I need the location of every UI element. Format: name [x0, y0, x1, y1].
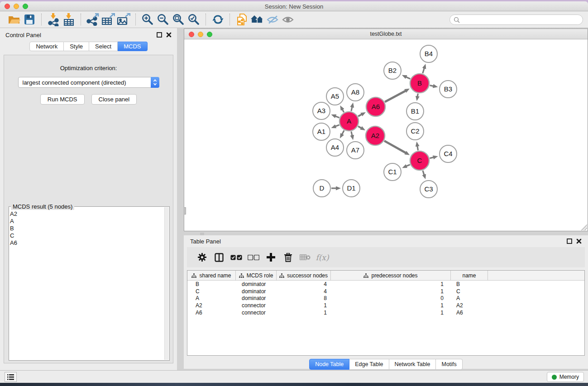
tab-select[interactable]: Select	[89, 42, 118, 51]
result-list-scrollbar[interactable]	[164, 207, 169, 360]
column-header-predecessor-nodes[interactable]: predecessor nodes	[331, 271, 451, 280]
zoom-fit-button[interactable]	[171, 12, 186, 27]
search-input[interactable]	[462, 15, 583, 24]
graph-node-C2[interactable]: C2	[406, 123, 424, 140]
import-table-button[interactable]	[61, 12, 76, 27]
graph-node-B3[interactable]: B3	[440, 81, 457, 98]
graph-node-D[interactable]: D	[313, 180, 330, 197]
hide-graphics-details-button[interactable]	[265, 12, 280, 27]
mcds-result-item[interactable]: C	[10, 232, 164, 239]
graph-edge-A-A7[interactable]	[351, 131, 352, 135]
save-session-button[interactable]	[22, 12, 37, 27]
graph-edge-C-C3[interactable]	[423, 171, 424, 175]
apply-layout-button[interactable]	[210, 12, 225, 27]
graph-edge-A-A1[interactable]	[335, 125, 339, 126]
graph-edge-A-A3[interactable]	[335, 116, 339, 118]
network-canvas[interactable]: AA1A2A3A4A5A6A7A8BB1B2B3B4CC1C2C3C4DD1	[184, 39, 588, 231]
graph-edge-B-B3[interactable]	[430, 86, 434, 86]
graph-edge-B-B4[interactable]	[423, 68, 425, 73]
home-button[interactable]	[249, 12, 265, 27]
show-graphics-details-button[interactable]	[280, 12, 296, 27]
graph-edge-A-A2[interactable]	[358, 126, 361, 128]
float-panel-icon[interactable]	[157, 32, 162, 38]
export-image-button[interactable]	[116, 12, 131, 27]
tab-node-table[interactable]: Node Table	[309, 359, 349, 370]
graph-edge-B-B2[interactable]	[406, 77, 410, 79]
table-row[interactable]: B dominator 4 1 B	[187, 281, 584, 288]
graph-edge-B-B1[interactable]	[417, 94, 418, 97]
table-row[interactable]: A2 connector 1 1 A2	[187, 302, 584, 309]
graph-node-B4[interactable]: B4	[420, 45, 437, 62]
table-row[interactable]: A dominator 8 0 A	[187, 295, 584, 302]
column-header-shared-name[interactable]: shared name	[187, 271, 236, 280]
tab-network[interactable]: Network	[29, 42, 64, 51]
graph-edge-A2-C[interactable]	[384, 141, 406, 153]
graph-node-A3[interactable]: A3	[313, 102, 330, 119]
mcds-result-item[interactable]: A2	[10, 210, 164, 218]
zoom-in-button[interactable]	[140, 12, 155, 27]
canvas-scroll-nub[interactable]	[184, 207, 186, 214]
graph-node-B1[interactable]: B1	[406, 103, 424, 120]
zoom-out-button[interactable]	[155, 12, 171, 27]
select-all-button[interactable]	[228, 250, 245, 265]
delete-table-button[interactable]	[296, 250, 314, 265]
tab-style[interactable]: Style	[64, 42, 89, 51]
graph-node-C1[interactable]: C1	[384, 163, 401, 181]
graph-node-A8[interactable]: A8	[347, 84, 364, 101]
graph-edge-A-A6[interactable]	[358, 114, 362, 116]
window-resize-grip[interactable]	[581, 224, 587, 230]
mcds-result-item[interactable]: A6	[10, 239, 164, 247]
add-column-button[interactable]	[262, 250, 279, 265]
mcds-result-item[interactable]: A	[10, 218, 164, 225]
graph-node-B[interactable]: B	[410, 74, 429, 93]
tab-edge-table[interactable]: Edge Table	[349, 359, 389, 370]
graph-node-A2[interactable]: A2	[366, 126, 385, 145]
function-builder-button[interactable]: f(x)	[314, 250, 331, 265]
close-panel-button[interactable]: Close panel	[91, 94, 137, 105]
memory-button[interactable]: Memory	[547, 372, 584, 382]
tab-network-table[interactable]: Network Table	[389, 359, 436, 370]
table-settings-button[interactable]	[193, 250, 210, 265]
graph-edge-A-A8[interactable]	[351, 107, 352, 111]
graph-edge-C-C4[interactable]	[430, 157, 434, 158]
zoom-selected-button[interactable]	[186, 12, 201, 27]
table-row[interactable]: C dominator 4 1 C	[187, 288, 584, 295]
deselect-all-button[interactable]	[245, 250, 262, 265]
graph-node-A7[interactable]: A7	[347, 142, 364, 159]
graph-edge-C-C1[interactable]	[406, 165, 410, 166]
export-table-button[interactable]	[100, 12, 116, 27]
graph-node-B2[interactable]: B2	[384, 62, 401, 79]
graph-node-D1[interactable]: D1	[343, 180, 360, 197]
tab-motifs[interactable]: Motifs	[436, 359, 462, 370]
graph-edge-C-C2[interactable]	[417, 146, 418, 151]
toggle-columns-button[interactable]	[210, 250, 228, 265]
import-network-button[interactable]	[46, 12, 61, 27]
graph-edge-A-A4[interactable]	[342, 130, 344, 134]
delete-column-button[interactable]	[279, 250, 296, 265]
table-row[interactable]: A6 connector 1 1 A6	[187, 309, 584, 316]
graph-node-C[interactable]: C	[410, 151, 429, 170]
graph-edge-A6-B[interactable]	[385, 91, 406, 102]
graph-node-C4[interactable]: C4	[440, 145, 457, 162]
graph-edge-A-A5[interactable]	[342, 110, 344, 112]
close-panel-icon[interactable]	[166, 32, 172, 38]
graph-node-A6[interactable]: A6	[366, 97, 385, 116]
tab-mcds[interactable]: MCDS	[118, 42, 147, 51]
clone-network-button[interactable]	[234, 12, 249, 27]
export-network-button[interactable]	[85, 12, 100, 27]
search-box[interactable]	[449, 14, 583, 25]
column-header-successor-nodes[interactable]: successor nodes	[277, 271, 331, 280]
graph-node-A1[interactable]: A1	[313, 123, 330, 140]
column-header-mcds-role[interactable]: MCDS role	[236, 271, 277, 280]
close-panel-icon[interactable]	[576, 238, 582, 244]
graph-node-A5[interactable]: A5	[326, 88, 344, 105]
float-panel-icon[interactable]	[567, 238, 572, 244]
graph-node-A[interactable]: A	[339, 112, 359, 131]
open-session-button[interactable]	[6, 12, 22, 27]
column-header-name[interactable]: name	[451, 271, 488, 280]
graph-node-C3[interactable]: C3	[420, 181, 437, 198]
criterion-select[interactable]: largest connected component (directed)	[18, 77, 159, 88]
graph-node-A4[interactable]: A4	[326, 139, 344, 156]
run-mcds-button[interactable]: Run MCDS	[40, 94, 85, 105]
mcds-result-item[interactable]: B	[10, 225, 164, 232]
